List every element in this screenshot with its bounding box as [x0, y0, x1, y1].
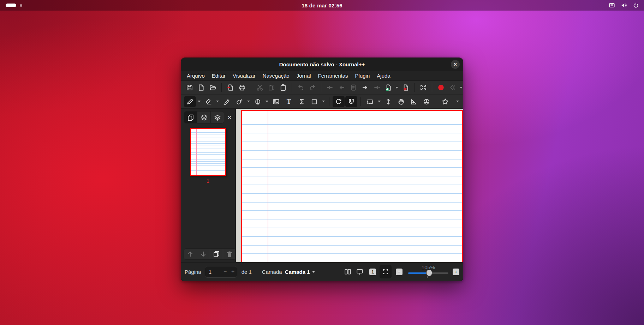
rotation-snapping-toggle[interactable]	[333, 96, 345, 107]
save-button[interactable]	[184, 82, 195, 93]
system-tray[interactable]	[609, 0, 639, 11]
page-preview-list: 1	[181, 128, 235, 184]
fullscreen-button[interactable]	[418, 82, 429, 93]
dual-page-view-button[interactable]	[342, 266, 353, 277]
move-page-up-button[interactable]	[184, 249, 197, 259]
grid-snapping-toggle[interactable]	[345, 96, 357, 107]
rect-select-tool-button[interactable]	[364, 96, 376, 107]
highlighter-tool-button[interactable]	[221, 96, 233, 107]
tab-layerstack-preview[interactable]	[211, 112, 224, 123]
print-button[interactable]	[237, 82, 248, 93]
eraser-tool-button[interactable]	[202, 96, 214, 107]
paste-button[interactable]	[278, 82, 288, 93]
last-page-button[interactable]	[371, 82, 382, 93]
layer-selector-value: Camada 1	[285, 269, 310, 275]
ruled-line	[242, 262, 462, 262]
shapes-tool-button[interactable]	[308, 96, 320, 107]
setsquare-tool-button[interactable]	[408, 96, 420, 107]
page-decrement-button[interactable]: −	[221, 269, 229, 275]
zoom-100-button[interactable]: 1	[369, 269, 376, 275]
star-tool-button[interactable]	[439, 96, 451, 107]
select-pdf-text-area-button[interactable]	[252, 96, 264, 107]
clock[interactable]: 18 de mar 02:56	[0, 2, 644, 8]
first-page-button[interactable]	[324, 82, 335, 93]
add-page-dropdown[interactable]	[394, 82, 399, 93]
page-increment-button[interactable]: +	[229, 269, 237, 275]
previous-page-button[interactable]	[336, 82, 347, 93]
tab-page-preview[interactable]	[184, 112, 197, 123]
zoom-slider-tick	[427, 276, 428, 278]
shapes-options-dropdown[interactable]	[321, 96, 326, 107]
sidebar-page-actions	[184, 248, 236, 260]
document-page[interactable]	[241, 110, 463, 262]
menu-arquivo[interactable]: Arquivo	[183, 72, 208, 79]
zoom-out-button[interactable]: −	[396, 269, 402, 275]
close-button[interactable]: ×	[451, 60, 460, 69]
title-bar[interactable]: Documento não salvo - Xournal++ ×	[181, 58, 463, 71]
menu-navegacao[interactable]: Navegação	[259, 72, 293, 79]
add-page-button[interactable]	[383, 82, 394, 93]
toolbar-overflow-dropdown[interactable]	[455, 96, 460, 107]
tex-tool-button[interactable]	[296, 96, 308, 107]
zoom-slider[interactable]: 105%	[407, 265, 449, 279]
menu-jornal[interactable]: Jornal	[293, 72, 315, 79]
ruled-line	[242, 228, 462, 228]
new-document-button[interactable]	[196, 82, 207, 93]
page-spinbox[interactable]: 1 − +	[205, 266, 237, 278]
duplicate-page-button[interactable]	[210, 249, 223, 259]
menu-plugin[interactable]: Plugin	[352, 72, 374, 79]
text-tool-button[interactable]: T	[283, 96, 295, 107]
next-page-button[interactable]	[359, 82, 370, 93]
print-icon	[239, 84, 246, 91]
zoom-slider-handle[interactable]	[426, 270, 432, 276]
goto-page-button[interactable]	[348, 82, 359, 93]
layer-selector[interactable]: Camada 1	[285, 269, 315, 275]
select-options-dropdown[interactable]	[377, 96, 382, 107]
sidebar-close-icon[interactable]: ✕	[227, 115, 232, 120]
pdf-text-area-options-dropdown[interactable]	[264, 96, 269, 107]
content-area: ✕ 1	[181, 109, 463, 262]
ruled-line	[242, 159, 462, 160]
arrow-up-icon	[187, 251, 194, 258]
page-thumbnail[interactable]	[190, 128, 226, 176]
copy-button[interactable]	[266, 82, 277, 93]
tab-layer-preview[interactable]	[197, 112, 211, 123]
vertical-space-tool-button[interactable]	[382, 96, 394, 107]
toolbar-separator	[329, 97, 329, 106]
compass-tool-button[interactable]	[421, 96, 433, 107]
hand-tool-button[interactable]	[395, 96, 407, 107]
zoom-in-button[interactable]: +	[453, 269, 459, 275]
setsquare-icon	[410, 98, 417, 105]
ruled-line	[242, 236, 462, 237]
ruled-line	[242, 219, 462, 219]
eraser-options-dropdown[interactable]	[215, 96, 220, 107]
last-page-icon	[373, 84, 380, 91]
menu-ajuda[interactable]: Ajuda	[373, 72, 394, 79]
pen-options-dropdown[interactable]	[197, 96, 202, 107]
open-button[interactable]	[207, 82, 218, 93]
image-tool-button[interactable]	[270, 96, 282, 107]
delete-page-button[interactable]	[223, 249, 236, 259]
menu-visualizar[interactable]: Visualizar	[229, 72, 259, 79]
export-pdf-button[interactable]	[225, 82, 236, 93]
redo-button[interactable]	[307, 82, 318, 93]
document-canvas[interactable]	[235, 109, 463, 262]
menu-ferramentas[interactable]: Ferramentas	[315, 72, 352, 79]
zoom-fit-button[interactable]	[380, 265, 392, 278]
cut-button[interactable]	[254, 82, 265, 93]
menu-editar[interactable]: Editar	[208, 72, 229, 79]
delete-page-button[interactable]	[400, 82, 411, 93]
undo-button[interactable]	[295, 82, 306, 93]
record-audio-button[interactable]	[435, 82, 446, 93]
redo-icon	[309, 84, 316, 91]
page-spinbox-value[interactable]: 1	[205, 269, 221, 275]
audio-options-dropdown[interactable]	[459, 82, 463, 93]
toolbar-separator	[221, 83, 222, 92]
pdf-text-select-options-dropdown[interactable]	[246, 96, 251, 107]
audio-seek-backwards-button[interactable]	[447, 82, 458, 93]
pen-tool-button[interactable]	[184, 96, 196, 107]
select-pdf-text-linear-button[interactable]	[233, 96, 245, 107]
move-page-down-button[interactable]	[197, 249, 210, 259]
presentation-mode-button[interactable]	[354, 266, 365, 277]
first-page-icon	[327, 84, 334, 91]
